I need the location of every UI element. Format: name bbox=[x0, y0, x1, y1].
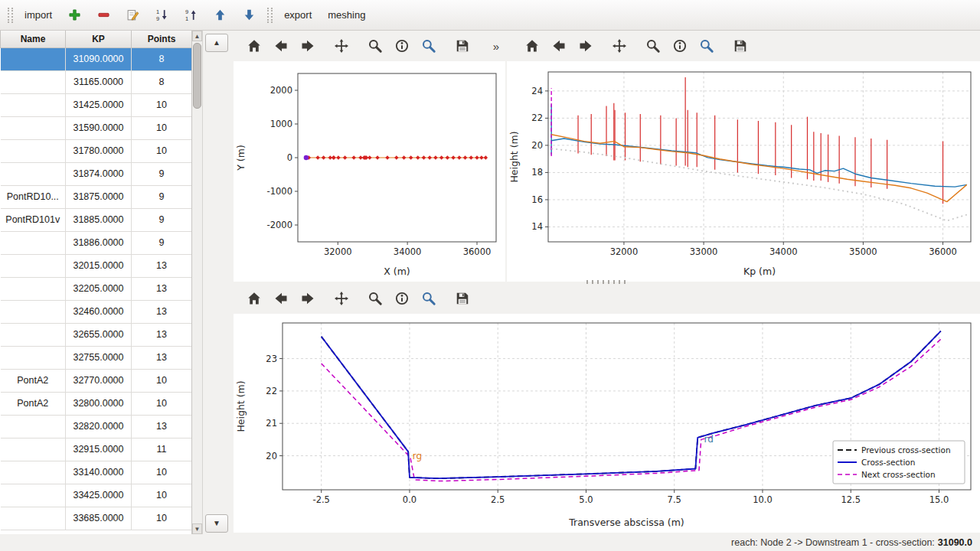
cell-name[interactable] bbox=[1, 277, 66, 300]
cell-points[interactable]: 9 bbox=[132, 162, 192, 185]
cell-kp[interactable]: 32655.0000 bbox=[66, 323, 132, 346]
table-row[interactable]: 33140.000010 bbox=[1, 461, 192, 484]
move-down-button[interactable] bbox=[238, 6, 260, 24]
cell-name[interactable] bbox=[1, 507, 66, 530]
scroll-down-icon[interactable]: ▼ bbox=[192, 523, 202, 534]
cell-name[interactable] bbox=[1, 323, 66, 346]
cell-points[interactable]: 9 bbox=[132, 185, 192, 208]
forward-button[interactable] bbox=[296, 287, 319, 310]
cell-points[interactable]: 13 bbox=[132, 415, 192, 438]
column-header-name[interactable]: Name bbox=[1, 31, 66, 47]
figure-options-button[interactable] bbox=[668, 34, 691, 57]
cell-points[interactable]: 10 bbox=[132, 93, 192, 116]
back-button[interactable] bbox=[270, 287, 292, 310]
cell-points[interactable]: 10 bbox=[132, 484, 192, 507]
save-button[interactable] bbox=[729, 34, 752, 57]
cell-points[interactable]: 10 bbox=[132, 139, 192, 162]
table-row[interactable]: 32820.000013 bbox=[1, 415, 192, 438]
cell-kp[interactable]: 32770.0000 bbox=[66, 369, 132, 392]
zoom-alt-button[interactable] bbox=[417, 287, 440, 310]
table-row[interactable]: 33685.000010 bbox=[1, 507, 192, 530]
splitter-handle[interactable] bbox=[586, 280, 628, 284]
cell-kp[interactable]: 32915.0000 bbox=[66, 438, 132, 461]
plan-view-canvas[interactable]: 320003400036000-2000-1000010002000X (m)Y… bbox=[234, 61, 505, 282]
cell-name[interactable] bbox=[1, 346, 66, 369]
table-row[interactable]: 31090.00008 bbox=[1, 47, 192, 70]
cell-points[interactable]: 10 bbox=[132, 116, 192, 139]
table-scrollbar[interactable]: ▲ ▼ bbox=[192, 31, 203, 534]
cell-points[interactable]: 8 bbox=[132, 47, 192, 70]
column-header-points[interactable]: Points bbox=[132, 31, 192, 47]
row-up-button[interactable]: ▲ bbox=[205, 34, 228, 52]
cell-kp[interactable]: 31425.0000 bbox=[66, 93, 132, 116]
cell-points[interactable]: 11 bbox=[132, 438, 192, 461]
cell-kp[interactable]: 31590.0000 bbox=[66, 116, 132, 139]
cell-name[interactable] bbox=[1, 116, 66, 139]
toolbar-overflow-icon[interactable]: » bbox=[493, 40, 499, 53]
row-down-button[interactable]: ▼ bbox=[205, 514, 228, 533]
back-button[interactable] bbox=[547, 34, 570, 57]
cell-points[interactable]: 10 bbox=[132, 369, 192, 392]
home-button[interactable] bbox=[243, 287, 266, 310]
cell-name[interactable] bbox=[1, 162, 66, 185]
table-row[interactable]: 32915.000011 bbox=[1, 438, 192, 461]
table-row[interactable]: PontA232770.000010 bbox=[1, 369, 192, 392]
table-row[interactable]: PontRD10...31875.00009 bbox=[1, 185, 192, 208]
cell-name[interactable] bbox=[1, 461, 66, 484]
cell-kp[interactable]: 31886.0000 bbox=[66, 231, 132, 254]
table-row[interactable]: 32655.000013 bbox=[1, 323, 192, 346]
cell-name[interactable] bbox=[1, 139, 66, 162]
cell-name[interactable] bbox=[1, 484, 66, 507]
forward-button[interactable] bbox=[296, 34, 319, 57]
save-button[interactable] bbox=[451, 34, 474, 57]
cell-kp[interactable]: 32015.0000 bbox=[66, 254, 132, 277]
zoom-button[interactable] bbox=[364, 34, 387, 57]
zoom-alt-button[interactable] bbox=[695, 34, 718, 57]
back-button[interactable] bbox=[270, 34, 292, 57]
scrollbar-thumb[interactable] bbox=[193, 43, 201, 109]
cell-name[interactable] bbox=[1, 254, 66, 277]
longitudinal-profile-figure[interactable]: 3200033000340003500036000141618202224Kp … bbox=[507, 61, 980, 282]
cell-kp[interactable]: 32205.0000 bbox=[66, 277, 132, 300]
plan-view-figure[interactable]: 320003400036000-2000-1000010002000X (m)Y… bbox=[234, 61, 505, 282]
figure-options-button[interactable] bbox=[390, 287, 413, 310]
cross-section-canvas[interactable]: rgrd-2.50.02.55.07.510.012.515.020212223… bbox=[234, 314, 980, 533]
cell-kp[interactable]: 31090.0000 bbox=[66, 47, 132, 70]
cell-name[interactable] bbox=[1, 438, 66, 461]
meshing-button[interactable]: meshing bbox=[323, 7, 370, 23]
table-row[interactable]: 31780.000010 bbox=[1, 139, 192, 162]
cell-name[interactable] bbox=[1, 70, 66, 93]
table-row[interactable]: 32205.000013 bbox=[1, 277, 192, 300]
cell-points[interactable]: 13 bbox=[132, 277, 192, 300]
cell-name[interactable]: PontA2 bbox=[1, 392, 66, 415]
toolbar-drag-handle[interactable] bbox=[267, 8, 273, 23]
table-row[interactable]: 33425.000010 bbox=[1, 484, 192, 507]
cell-kp[interactable]: 32460.0000 bbox=[66, 300, 132, 323]
column-header-kp[interactable]: KP bbox=[66, 31, 132, 47]
move-up-button[interactable] bbox=[209, 6, 231, 24]
cell-points[interactable]: 13 bbox=[132, 254, 192, 277]
pan-button[interactable] bbox=[330, 34, 353, 57]
table-row[interactable]: PontA232800.000010 bbox=[1, 392, 192, 415]
zoom-button[interactable] bbox=[364, 287, 387, 310]
table-row[interactable]: 31425.000010 bbox=[1, 93, 192, 116]
cell-kp[interactable]: 32800.0000 bbox=[66, 392, 132, 415]
zoom-button[interactable] bbox=[642, 34, 665, 57]
save-button[interactable] bbox=[451, 287, 474, 310]
forward-button[interactable] bbox=[574, 34, 597, 57]
pan-button[interactable] bbox=[608, 34, 631, 57]
cell-points[interactable]: 10 bbox=[132, 461, 192, 484]
remove-cross-section-button[interactable] bbox=[93, 6, 115, 24]
cell-points[interactable]: 9 bbox=[132, 208, 192, 231]
import-button[interactable]: import bbox=[20, 7, 57, 23]
cell-name[interactable] bbox=[1, 47, 66, 70]
figure-options-button[interactable] bbox=[390, 34, 413, 57]
sort-descending-button[interactable]: 1 9 bbox=[151, 6, 173, 24]
zoom-alt-button[interactable] bbox=[417, 34, 440, 57]
cell-name[interactable] bbox=[1, 93, 66, 116]
table-row[interactable]: PontRD101v31885.00009 bbox=[1, 208, 192, 231]
cell-name[interactable]: PontRD10... bbox=[1, 185, 66, 208]
home-button[interactable] bbox=[243, 34, 266, 57]
cell-points[interactable]: 8 bbox=[132, 70, 192, 93]
cell-points[interactable]: 13 bbox=[132, 300, 192, 323]
